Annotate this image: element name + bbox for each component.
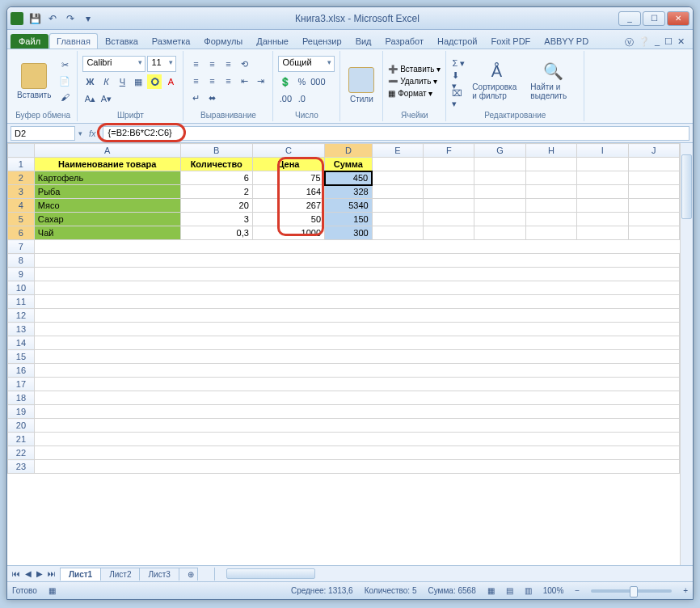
sort-filter-button[interactable]: Å Сортировка и фильтр — [469, 61, 524, 102]
cell[interactable] — [372, 158, 423, 171]
cell[interactable] — [474, 199, 525, 213]
scroll-thumb[interactable] — [681, 154, 692, 219]
underline-button[interactable]: Ч — [115, 74, 129, 89]
row-header-13[interactable]: 13 — [8, 323, 35, 336]
italic-button[interactable]: К — [99, 74, 113, 89]
row-header-20[interactable]: 20 — [8, 419, 35, 433]
sheet-tab-1[interactable]: Лист1 — [60, 568, 101, 581]
row-header-9[interactable]: 9 — [8, 268, 35, 281]
tab-prev-button[interactable]: ◀ — [23, 569, 33, 578]
comma-button[interactable]: 000 — [310, 74, 325, 89]
row-header-22[interactable]: 22 — [8, 446, 35, 460]
copy-button[interactable]: 📄 — [57, 74, 72, 88]
cell[interactable]: Мясо — [34, 199, 180, 213]
row-header-6[interactable]: 6 — [8, 226, 35, 240]
percent-button[interactable]: % — [294, 74, 309, 89]
col-header-I[interactable]: I — [577, 144, 628, 158]
cell[interactable] — [577, 185, 628, 199]
zoom-in-button[interactable]: + — [683, 586, 688, 595]
row-header-8[interactable]: 8 — [8, 254, 35, 268]
paste-button[interactable]: Вставить — [14, 61, 54, 101]
tab-abbyy[interactable]: ABBYY PD — [538, 34, 595, 49]
find-select-button[interactable]: 🔍 Найти и выделить — [527, 60, 579, 102]
cell[interactable] — [34, 419, 679, 433]
delete-cells-button[interactable]: ➖ Удалить ▾ — [388, 77, 441, 86]
view-break-button[interactable]: ▥ — [525, 586, 532, 595]
cell[interactable]: Цена — [252, 158, 324, 171]
cell[interactable]: Сахар — [34, 213, 180, 226]
tab-last-button[interactable]: ⏭ — [46, 569, 57, 578]
row-header-23[interactable]: 23 — [8, 460, 35, 474]
insert-cells-button[interactable]: ➕ Вставить ▾ — [388, 65, 441, 74]
close-button[interactable]: ✕ — [667, 11, 689, 26]
scroll-thumb[interactable] — [226, 568, 315, 579]
border-button[interactable]: ▦ — [131, 74, 145, 89]
tab-first-button[interactable]: ⏮ — [11, 569, 22, 578]
row-header-21[interactable]: 21 — [8, 433, 35, 446]
redo-button[interactable]: ↷ — [62, 11, 78, 27]
col-header-H[interactable]: H — [525, 144, 576, 158]
row-header-18[interactable]: 18 — [8, 391, 35, 405]
tab-file[interactable]: Файл — [11, 34, 48, 49]
row-header-4[interactable]: 4 — [8, 199, 35, 213]
vertical-scrollbar[interactable] — [680, 143, 693, 565]
format-painter-button[interactable]: 🖌 — [57, 90, 72, 104]
cell[interactable] — [34, 323, 679, 336]
grow-font-button[interactable]: A▴ — [82, 91, 97, 106]
row-header-12[interactable]: 12 — [8, 309, 35, 323]
cell[interactable] — [34, 336, 679, 350]
format-cells-button[interactable]: ▦ Формат ▾ — [388, 89, 441, 98]
merge-button[interactable]: ⬌ — [205, 91, 219, 105]
cell[interactable] — [628, 199, 679, 213]
tab-addins[interactable]: Надстрой — [431, 34, 483, 49]
fill-color-button[interactable]: 🞇 — [147, 74, 162, 89]
cell[interactable]: 50 — [252, 213, 324, 226]
wrap-text-button[interactable]: ↵ — [188, 91, 203, 105]
horizontal-scrollbar[interactable] — [214, 568, 693, 581]
row-header-17[interactable]: 17 — [8, 378, 35, 391]
tab-review[interactable]: Рецензир — [296, 34, 348, 49]
cell[interactable] — [34, 364, 679, 378]
tab-next-button[interactable]: ▶ — [35, 569, 44, 578]
autosum-button[interactable]: Σ ▾ — [451, 56, 466, 70]
col-header-J[interactable]: J — [628, 144, 679, 158]
col-header-F[interactable]: F — [424, 144, 474, 158]
cell[interactable]: 5340 — [325, 199, 373, 213]
indent-inc-button[interactable]: ⇥ — [253, 74, 268, 88]
cell[interactable] — [577, 171, 628, 185]
row-header-11[interactable]: 11 — [8, 295, 35, 309]
cell[interactable] — [34, 268, 679, 281]
cell[interactable] — [424, 226, 474, 240]
cell[interactable] — [34, 309, 679, 323]
row-header-3[interactable]: 3 — [8, 185, 35, 199]
tab-layout[interactable]: Разметка — [145, 34, 197, 49]
cell[interactable] — [525, 185, 576, 199]
inc-decimal-button[interactable]: .00 — [278, 91, 293, 106]
cell[interactable] — [372, 199, 423, 213]
cell[interactable] — [628, 226, 679, 240]
cell[interactable] — [525, 213, 576, 226]
cell[interactable] — [424, 213, 474, 226]
zoom-level[interactable]: 100% — [543, 586, 564, 595]
fill-button[interactable]: ⬇ ▾ — [451, 74, 466, 88]
cell[interactable] — [525, 171, 576, 185]
row-header-5[interactable]: 5 — [8, 213, 35, 226]
cell[interactable]: 6 — [180, 171, 252, 185]
cell[interactable] — [628, 158, 679, 171]
styles-button[interactable]: Стили — [345, 65, 377, 105]
cell[interactable]: 3 — [180, 213, 252, 226]
align-bottom-button[interactable]: ≡ — [221, 57, 235, 71]
cell[interactable] — [34, 350, 679, 364]
cell[interactable] — [474, 213, 525, 226]
cell[interactable]: Рыба — [34, 185, 180, 199]
cell[interactable]: 328 — [325, 185, 373, 199]
tab-developer[interactable]: Разработ — [379, 34, 430, 49]
cell[interactable]: Чай — [34, 226, 180, 240]
minimize-button[interactable]: _ — [618, 11, 641, 26]
col-header-D[interactable]: D — [325, 144, 373, 158]
cell[interactable] — [525, 226, 576, 240]
font-name-combo[interactable]: Calibri — [82, 56, 145, 72]
clear-button[interactable]: ⌧ ▾ — [451, 91, 466, 106]
cell[interactable] — [372, 213, 423, 226]
name-box-dropdown[interactable]: ▾ — [78, 129, 82, 137]
